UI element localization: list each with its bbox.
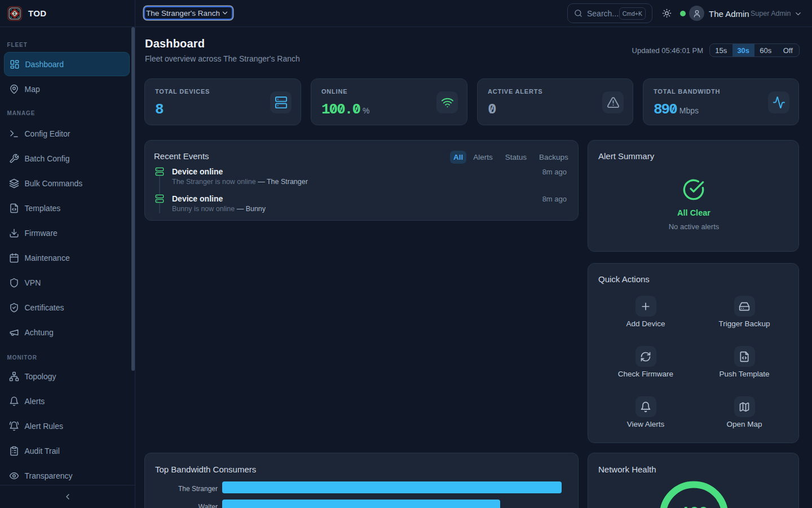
svg-text:100: 100	[680, 504, 708, 508]
